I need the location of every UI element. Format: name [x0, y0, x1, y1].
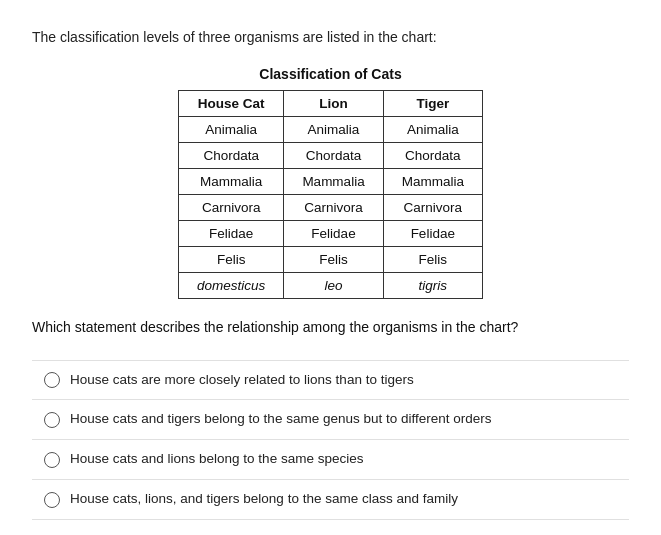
option-item-2[interactable]: House cats and tigers belong to the same… [32, 400, 629, 440]
option-item-3[interactable]: House cats and lions belong to the same … [32, 440, 629, 480]
table-cell: Felis [179, 246, 284, 272]
radio-circle [44, 492, 60, 508]
table-cell: Carnivora [179, 194, 284, 220]
radio-circle [44, 372, 60, 388]
table-cell: tigris [383, 272, 482, 298]
table-header-cell: Tiger [383, 90, 482, 116]
main-card: The classification levels of three organ… [0, 0, 661, 535]
table-cell: Animalia [284, 116, 383, 142]
table-cell: Felidae [179, 220, 284, 246]
table-cell: Carnivora [383, 194, 482, 220]
table-cell: Felidae [284, 220, 383, 246]
table-cell: Felis [284, 246, 383, 272]
table-cell: Mammalia [284, 168, 383, 194]
option-item-4[interactable]: House cats, lions, and tigers belong to … [32, 480, 629, 520]
table-cell: Felis [383, 246, 482, 272]
option-label: House cats and tigers belong to the same… [70, 410, 492, 429]
classification-table: House CatLionTigerAnimaliaAnimaliaAnimal… [178, 90, 483, 299]
table-cell: Mammalia [383, 168, 482, 194]
option-label: House cats and lions belong to the same … [70, 450, 363, 469]
option-item-1[interactable]: House cats are more closely related to l… [32, 360, 629, 401]
table-cell: Animalia [383, 116, 482, 142]
table-row: MammaliaMammaliaMammalia [179, 168, 483, 194]
table-header-cell: House Cat [179, 90, 284, 116]
table-cell: Mammalia [179, 168, 284, 194]
table-cell: Felidae [383, 220, 482, 246]
question-text: Which statement describes the relationsh… [32, 317, 629, 338]
table-row: CarnivoraCarnivoraCarnivora [179, 194, 483, 220]
table-cell: Chordata [179, 142, 284, 168]
table-cell: domesticus [179, 272, 284, 298]
table-section: Classification of Cats House CatLionTige… [32, 66, 629, 299]
table-cell: Carnivora [284, 194, 383, 220]
table-row: AnimaliaAnimaliaAnimalia [179, 116, 483, 142]
radio-circle [44, 412, 60, 428]
table-cell: Chordata [383, 142, 482, 168]
radio-circle [44, 452, 60, 468]
table-cell: Chordata [284, 142, 383, 168]
table-cell: leo [284, 272, 383, 298]
table-row: FelidaeFelidaeFelidae [179, 220, 483, 246]
options-list: House cats are more closely related to l… [32, 360, 629, 521]
table-title: Classification of Cats [32, 66, 629, 82]
table-row: domesticusleotigris [179, 272, 483, 298]
table-row: FelisFelisFelis [179, 246, 483, 272]
table-header-cell: Lion [284, 90, 383, 116]
option-label: House cats, lions, and tigers belong to … [70, 490, 458, 509]
option-label: House cats are more closely related to l… [70, 371, 414, 390]
table-row: ChordataChordataChordata [179, 142, 483, 168]
intro-text: The classification levels of three organ… [32, 28, 629, 48]
table-cell: Animalia [179, 116, 284, 142]
